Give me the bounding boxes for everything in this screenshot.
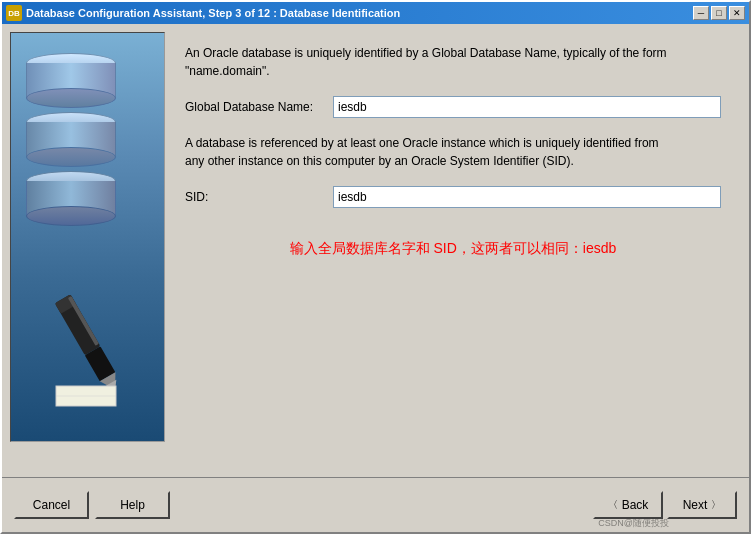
next-arrow-icon: 〉 [711, 498, 721, 512]
right-panel: An Oracle database is uniquely identifie… [165, 32, 741, 469]
back-arrow-icon: 〈 [608, 498, 618, 512]
description-text: An Oracle database is uniquely identifie… [185, 44, 721, 80]
back-button[interactable]: 〈 Back [593, 491, 663, 519]
window-icon: DB [6, 5, 22, 21]
sid-desc-line2: any other instance on this computer by a… [185, 154, 574, 168]
watermark: CSDN@随便投投 [598, 517, 669, 530]
left-panel [10, 32, 165, 442]
database-illustration [26, 53, 116, 229]
bottom-right-buttons: 〈 Back Next 〉 [593, 491, 737, 519]
close-button[interactable]: ✕ [729, 6, 745, 20]
cancel-button[interactable]: Cancel [14, 491, 89, 519]
global-db-name-input[interactable] [333, 96, 721, 118]
description-line2: "name.domain". [185, 64, 270, 78]
global-db-name-row: Global Database Name: [185, 96, 721, 118]
sid-input[interactable] [333, 186, 721, 208]
back-label: Back [622, 498, 649, 512]
sid-label: SID: [185, 190, 325, 204]
next-label: Next [683, 498, 708, 512]
title-bar: DB Database Configuration Assistant, Ste… [2, 2, 749, 24]
help-button[interactable]: Help [95, 491, 170, 519]
sid-description: A database is referenced by at least one… [185, 134, 721, 170]
main-area: An Oracle database is uniquely identifie… [10, 32, 741, 469]
bottom-left-buttons: Cancel Help [14, 491, 170, 519]
global-db-name-label: Global Database Name: [185, 100, 325, 114]
window-title: Database Configuration Assistant, Step 3… [26, 7, 693, 19]
next-button[interactable]: Next 〉 [667, 491, 737, 519]
chinese-note: 输入全局数据库名字和 SID，这两者可以相同：iesdb [185, 240, 721, 258]
sid-desc-line1: A database is referenced by at least one… [185, 136, 659, 150]
maximize-button[interactable]: □ [711, 6, 727, 20]
main-window: DB Database Configuration Assistant, Ste… [0, 0, 751, 534]
minimize-button[interactable]: ─ [693, 6, 709, 20]
window-content: An Oracle database is uniquely identifie… [2, 24, 749, 477]
description-line1: An Oracle database is uniquely identifie… [185, 46, 667, 60]
title-bar-buttons: ─ □ ✕ [693, 6, 745, 20]
bottom-bar: Cancel Help 〈 Back Next 〉 CSDN@随便投投 [2, 477, 749, 532]
sid-row: SID: [185, 186, 721, 208]
pen-illustration [51, 281, 131, 411]
